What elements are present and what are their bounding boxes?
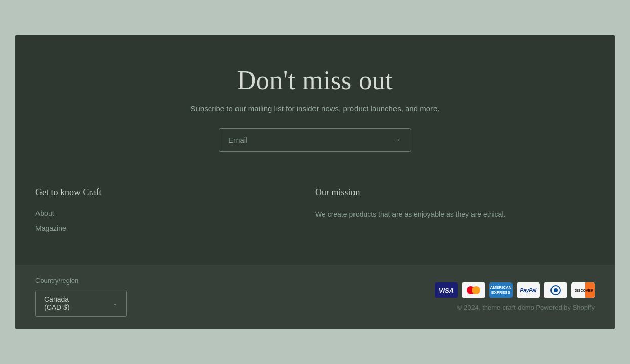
newsletter-title: Don't miss out bbox=[237, 65, 393, 95]
footer-column-craft: Get to know Craft About Magazine bbox=[35, 187, 315, 239]
magazine-link[interactable]: Magazine bbox=[35, 224, 315, 232]
footer-column-title-craft: Get to know Craft bbox=[35, 187, 315, 198]
bottom-bar: Country/region Canada (CAD $) ⌄ VISA AME… bbox=[15, 265, 615, 329]
subscribe-button[interactable]: → bbox=[381, 128, 411, 152]
page-wrapper: Don't miss out Subscribe to our mailing … bbox=[15, 35, 615, 329]
mission-text: We create products that are as enjoyable… bbox=[315, 209, 595, 220]
newsletter-subtitle: Subscribe to our mailing list for inside… bbox=[190, 104, 439, 113]
arrow-icon: → bbox=[391, 135, 401, 145]
country-label: Country/region bbox=[35, 277, 127, 285]
discover-icon: DISCOVER bbox=[571, 282, 595, 298]
newsletter-section: Don't miss out Subscribe to our mailing … bbox=[15, 35, 615, 177]
mastercard-icon bbox=[462, 282, 485, 298]
diners-icon bbox=[544, 282, 567, 298]
footer-links-section: Get to know Craft About Magazine Our mis… bbox=[15, 177, 615, 265]
footer-column-mission: Our mission We create products that are … bbox=[315, 187, 595, 239]
email-form: → bbox=[219, 128, 411, 152]
about-link[interactable]: About bbox=[35, 209, 315, 217]
email-input[interactable] bbox=[219, 128, 381, 152]
visa-icon: VISA bbox=[435, 282, 458, 298]
country-value: Canada (CAD $) bbox=[44, 295, 83, 311]
paypal-icon: PayPal bbox=[517, 282, 540, 298]
amex-icon: AMERICANEXPRESS bbox=[489, 282, 513, 298]
right-section: VISA AMERICANEXPRESS PayPal bbox=[435, 282, 595, 311]
copyright: © 2024, theme-craft-demo Powered by Shop… bbox=[457, 304, 595, 311]
country-region-section: Country/region Canada (CAD $) ⌄ bbox=[35, 277, 127, 317]
footer-column-title-mission: Our mission bbox=[315, 187, 595, 198]
payment-icons: VISA AMERICANEXPRESS PayPal bbox=[435, 282, 595, 298]
country-select[interactable]: Canada (CAD $) ⌄ bbox=[35, 290, 127, 317]
chevron-down-icon: ⌄ bbox=[113, 300, 118, 307]
